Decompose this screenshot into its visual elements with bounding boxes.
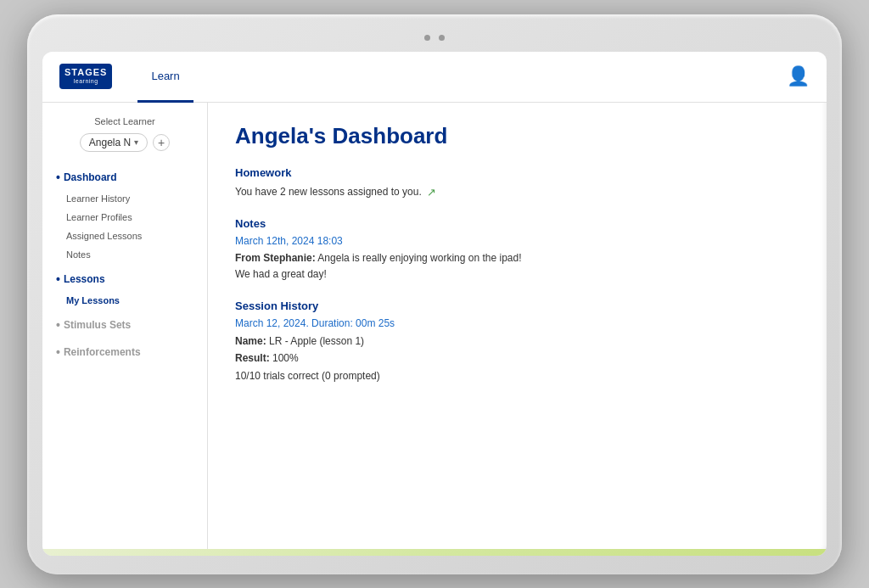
select-learner-label: Select Learner (42, 116, 207, 126)
app-wrapper: STAGES learning Learn 👤 Select Learn (42, 52, 827, 556)
bullet-lessons: • (56, 272, 60, 286)
session-result-label: Result: (235, 352, 270, 364)
session-details: Name: LR - Apple (lesson 1) Result: 100%… (235, 333, 799, 384)
bottom-bar (42, 549, 827, 556)
homework-heading: Homework (235, 166, 799, 179)
notes-section: Notes March 12th, 2024 18:03 From Stepha… (235, 217, 799, 283)
session-history-section: Session History March 12, 2024. Duration… (235, 300, 799, 384)
camera-dot-2 (439, 35, 445, 41)
dropdown-arrow-icon: ▾ (134, 137, 138, 147)
session-trials-text: 10/10 trials correct (0 prompted) (235, 370, 380, 382)
bullet-dashboard: • (56, 171, 60, 184)
main-area: Select Learner Angela N ▾ + • Dashboard (42, 103, 827, 549)
lessons-section-label: Lessons (64, 273, 105, 285)
tablet-frame: STAGES learning Learn 👤 Select Learn (27, 14, 842, 574)
sidebar-section-stimulus-sets-header[interactable]: • Stimulus Sets (42, 313, 207, 337)
top-nav: STAGES learning Learn 👤 (42, 52, 827, 103)
sidebar-item-learner-profiles[interactable]: Learner Profiles (42, 208, 207, 227)
sidebar-item-assigned-lessons[interactable]: Assigned Lessons (42, 227, 207, 245)
logo-stages-text: STAGES (64, 67, 107, 78)
nav-tab-learn[interactable]: Learn (137, 53, 193, 103)
session-date: March 12, 2024. Duration: 00m 25s (235, 317, 799, 329)
stimulus-sets-label: Stimulus Sets (64, 319, 131, 331)
add-learner-button[interactable]: + (153, 134, 170, 151)
sidebar-section-dashboard: • Dashboard Learner History Learner Prof… (42, 165, 207, 264)
tablet-screen: STAGES learning Learn 👤 Select Learn (42, 52, 827, 556)
dashboard-title: Angela's Dashboard (235, 123, 799, 149)
learner-dropdown-area: Angela N ▾ + (42, 133, 207, 152)
reinforcements-label: Reinforcements (64, 346, 141, 358)
sidebar-section-lessons-header[interactable]: • Lessons (42, 267, 207, 291)
sidebar-section-reinforcements-header[interactable]: • Reinforcements (42, 340, 207, 364)
sidebar-item-my-lessons[interactable]: My Lessons (42, 291, 207, 310)
bullet-reinforcements: • (56, 345, 60, 359)
logo-learning-text: learning (64, 78, 107, 85)
note-message-line2: We had a great day! (235, 268, 327, 280)
user-avatar-icon: 👤 (787, 65, 810, 87)
bullet-stimulus: • (56, 318, 60, 332)
notes-heading: Notes (235, 217, 799, 230)
note-date: March 12th, 2024 18:03 (235, 235, 799, 247)
camera-dot-1 (424, 35, 430, 41)
note-message-line1: Angela is really enjoying working on the… (317, 252, 521, 264)
homework-text: You have 2 new lessons assigned to you. (235, 184, 422, 200)
session-result-value: 100% (272, 352, 299, 364)
nav-tabs: Learn (137, 52, 193, 102)
note-from-label: From Stephanie: (235, 252, 316, 264)
sidebar-item-notes[interactable]: Notes (42, 245, 207, 264)
sidebar-section-dashboard-header[interactable]: • Dashboard (42, 165, 207, 189)
session-name-value: LR - Apple (lesson 1) (269, 335, 364, 347)
stages-logo: STAGES learning (59, 64, 112, 89)
camera-bar (42, 30, 827, 47)
sidebar-section-lessons: • Lessons My Lessons (42, 267, 207, 310)
homework-section: Homework You have 2 new lessons assigned… (235, 166, 799, 200)
note-content: From Stephanie: Angela is really enjoyin… (235, 250, 799, 283)
sidebar-section-reinforcements: • Reinforcements (42, 340, 207, 364)
session-history-heading: Session History (235, 300, 799, 312)
sidebar-item-learner-history[interactable]: Learner History (42, 189, 207, 208)
user-icon[interactable]: 👤 (787, 65, 810, 87)
current-learner-name: Angela N (89, 137, 131, 148)
learner-dropdown-button[interactable]: Angela N ▾ (80, 133, 148, 152)
homework-text-line: You have 2 new lessons assigned to you. … (235, 184, 799, 200)
sidebar-section-stimulus-sets: • Stimulus Sets (42, 313, 207, 337)
external-link-icon[interactable]: ↗︎ (427, 186, 436, 199)
main-content: Angela's Dashboard Homework You have 2 n… (208, 103, 827, 549)
session-name-label: Name: (235, 335, 266, 347)
logo-area: STAGES learning (59, 64, 112, 89)
dashboard-section-label: Dashboard (64, 171, 117, 183)
sidebar: Select Learner Angela N ▾ + • Dashboard (42, 103, 208, 549)
